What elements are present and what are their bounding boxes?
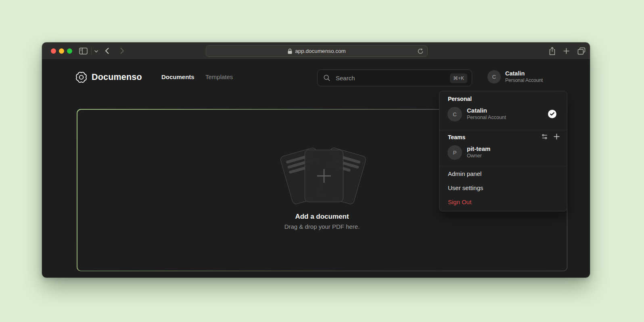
menu-item-admin-panel[interactable]: Admin panel xyxy=(448,170,481,177)
tab-overview-icon[interactable] xyxy=(577,47,585,55)
menu-item-personal-account[interactable]: C Catalin Personal Account xyxy=(443,105,563,124)
team-name: pit-team xyxy=(467,145,490,152)
share-icon[interactable] xyxy=(548,47,556,55)
add-team-icon[interactable] xyxy=(553,133,560,142)
nav-documents[interactable]: Documents xyxy=(161,73,194,80)
search-input[interactable]: Search ⌘+K xyxy=(317,69,472,86)
address-bar[interactable]: app.documenso.com xyxy=(206,45,428,57)
minimize-button[interactable] xyxy=(59,48,64,54)
reload-icon[interactable] xyxy=(417,48,424,54)
user-avatar: C xyxy=(487,70,501,84)
dropzone-title: Add a document xyxy=(77,213,567,221)
forward-button-icon xyxy=(120,47,124,54)
personal-avatar: C xyxy=(447,107,462,121)
new-tab-icon[interactable] xyxy=(563,48,570,54)
app-page: Documenso Documents Templates Search ⌘+K… xyxy=(42,60,590,278)
selected-check-icon xyxy=(548,110,556,118)
menu-item-user-settings[interactable]: User settings xyxy=(448,184,483,191)
menu-item-sign-out[interactable]: Sign Out xyxy=(448,199,471,205)
back-button-icon[interactable] xyxy=(105,47,109,54)
url-text: app.documenso.com xyxy=(295,48,345,54)
account-role: Personal Account xyxy=(505,77,543,83)
team-avatar: P xyxy=(447,145,462,160)
browser-toolbar: app.documenso.com xyxy=(42,42,590,60)
zoom-button[interactable] xyxy=(67,48,72,54)
teams-section-label: Teams xyxy=(448,134,465,140)
close-button[interactable] xyxy=(51,48,56,54)
add-document-card xyxy=(305,150,343,202)
account-menu-trigger[interactable]: C Catalin Personal Account xyxy=(484,70,590,84)
personal-name: Catalin xyxy=(467,107,487,114)
browser-window: app.documenso.com xyxy=(42,42,590,278)
brand-name: Documenso xyxy=(92,72,142,82)
dropzone-subtitle: Drag & drop your PDF here. xyxy=(77,223,567,230)
chevron-down-icon[interactable] xyxy=(94,50,98,53)
menu-divider xyxy=(439,166,567,166)
personal-section-label: Personal xyxy=(448,96,472,102)
menu-divider xyxy=(439,130,567,130)
nav-templates[interactable]: Templates xyxy=(205,73,233,80)
plus-icon xyxy=(315,167,333,185)
manage-teams-icon[interactable] xyxy=(541,133,548,142)
toolbar-divider xyxy=(91,48,92,54)
team-role: Owner xyxy=(467,153,482,159)
menu-item-team[interactable]: P pit-team Owner xyxy=(443,143,563,162)
search-shortcut-badge: ⌘+K xyxy=(450,73,467,83)
account-name: Catalin xyxy=(505,70,525,77)
account-menu: Personal C Catalin Personal Account Team… xyxy=(439,91,567,211)
documenso-seal-icon xyxy=(76,72,87,83)
search-placeholder: Search xyxy=(336,75,355,82)
search-icon xyxy=(323,74,330,82)
sidebar-toggle-icon[interactable] xyxy=(79,48,88,54)
personal-role: Personal Account xyxy=(467,115,506,120)
brand-logo[interactable]: Documenso xyxy=(76,70,142,84)
lock-icon xyxy=(288,48,292,54)
